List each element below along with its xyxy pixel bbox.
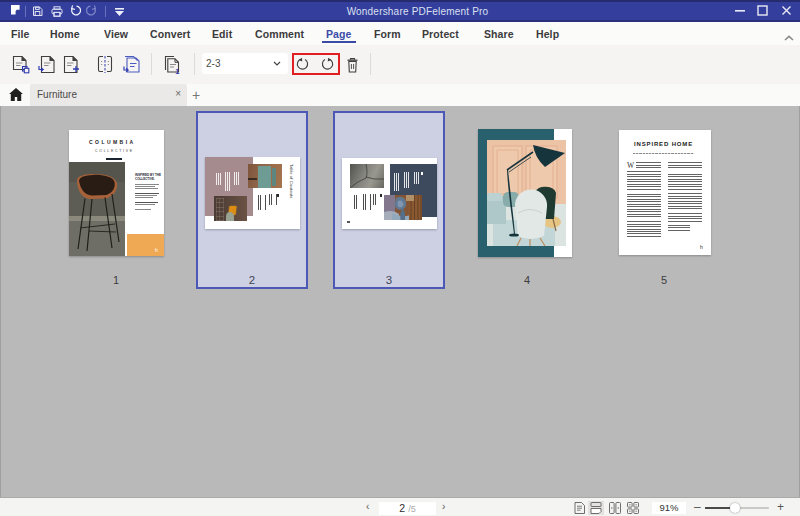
svg-text:1: 1	[175, 67, 179, 74]
